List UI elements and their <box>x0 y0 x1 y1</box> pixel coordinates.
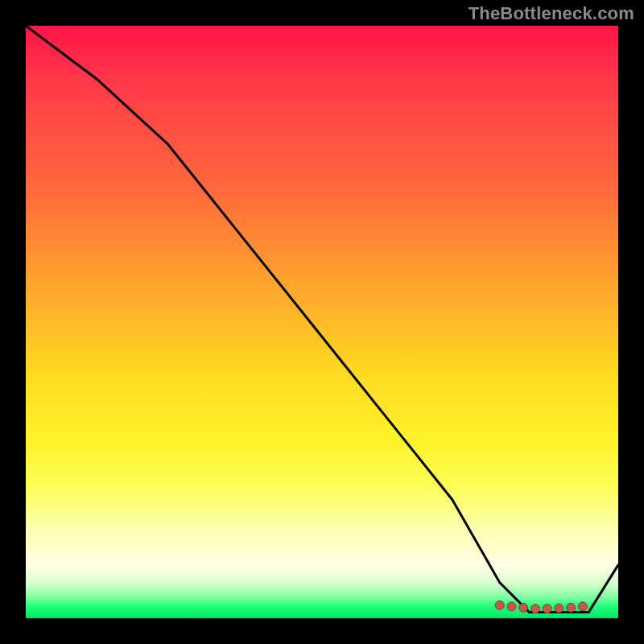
dot <box>543 605 551 613</box>
dot <box>495 601 504 609</box>
dot <box>578 602 587 611</box>
chart-svg <box>26 26 618 618</box>
dot <box>531 605 540 613</box>
dot <box>507 602 516 611</box>
dot <box>555 604 564 613</box>
attribution-text: TheBottleneck.com <box>469 3 634 24</box>
dot <box>519 603 528 612</box>
dot <box>567 603 576 612</box>
plot-area <box>26 26 618 618</box>
chart-container: TheBottleneck.com <box>0 0 644 644</box>
series-curve <box>26 26 618 613</box>
